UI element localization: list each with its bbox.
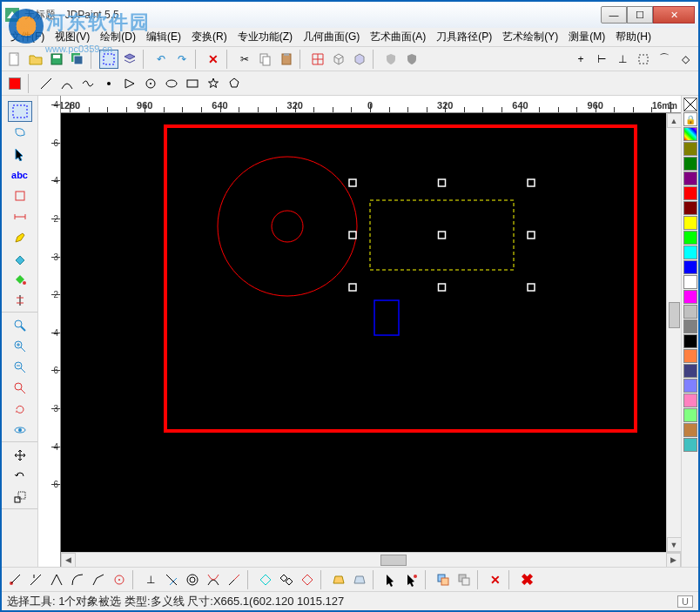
vertical-scrollbar[interactable]: ▲ ▼ [666, 113, 681, 552]
snap-box-button[interactable] [634, 50, 653, 69]
zoom-tool[interactable] [10, 316, 30, 335]
break-curve-button[interactable] [225, 570, 244, 589]
selection-handle[interactable] [439, 232, 446, 239]
undo-button[interactable]: ↶ [151, 50, 171, 69]
color-swatch-3[interactable] [683, 186, 697, 200]
select-rect-tool[interactable] [8, 101, 32, 122]
scroll-left-arrow-icon[interactable]: ◀ [61, 553, 76, 568]
circle-center-button[interactable] [110, 570, 129, 589]
circle-tool-button[interactable] [141, 74, 160, 93]
scroll-down-arrow-icon[interactable]: ▼ [667, 537, 682, 552]
scroll-thumb[interactable] [380, 555, 407, 566]
color-swatch-18[interactable] [683, 408, 697, 422]
color-swatch-1[interactable] [683, 157, 697, 171]
ellipse-tool-button[interactable] [162, 74, 181, 93]
text-tool[interactable]: abc [10, 165, 30, 185]
snap-perpendicular-button[interactable]: ⊥ [613, 50, 632, 69]
color-swatch-11[interactable] [683, 305, 697, 319]
selection-handle[interactable] [439, 179, 446, 186]
scroll-up-arrow-icon[interactable]: ▲ [667, 113, 682, 128]
snap-tangent-button[interactable]: ⌒ [655, 50, 674, 69]
menu-item-11[interactable]: 帮助(H) [610, 28, 656, 46]
move-tool[interactable] [10, 446, 30, 465]
tangent-line-button[interactable] [162, 570, 181, 589]
color-swatch-5[interactable] [683, 216, 697, 230]
zoom-in-tool[interactable] [10, 337, 30, 356]
color-swatch-4[interactable] [683, 201, 697, 215]
inner-circle[interactable] [272, 211, 303, 242]
horizontal-scrollbar[interactable]: ◀ ▶ [61, 552, 681, 567]
snap-endpoint-button[interactable]: + [571, 50, 590, 69]
line-tool-button[interactable] [37, 74, 56, 93]
hatch-tool[interactable] [10, 291, 30, 310]
blue-rectangle[interactable] [374, 300, 399, 335]
drawing-canvas[interactable] [61, 113, 666, 552]
selection-handle[interactable] [528, 284, 535, 291]
selection-handle[interactable] [349, 179, 356, 186]
menu-item-7[interactable]: 艺术曲面(A) [365, 28, 431, 46]
chamfer-button[interactable] [89, 570, 108, 589]
selected-rectangle[interactable] [370, 200, 514, 270]
color-swatch-12[interactable] [683, 319, 697, 333]
selection-tool-button[interactable] [99, 50, 118, 69]
pointer-tool[interactable] [10, 145, 30, 164]
paste-button[interactable] [277, 50, 296, 69]
close-button[interactable]: ✕ [653, 6, 695, 24]
color-swatch-10[interactable] [683, 290, 697, 304]
arc-tool-button[interactable] [57, 74, 77, 93]
color-swatch-20[interactable] [683, 438, 697, 452]
color-swatch-16[interactable] [683, 379, 697, 393]
bounds-tool[interactable] [10, 186, 30, 205]
copy-button[interactable] [256, 50, 275, 69]
color-swatch-8[interactable] [683, 260, 697, 274]
zoom-out-tool[interactable] [10, 358, 30, 377]
save-file-button[interactable] [47, 50, 66, 69]
box-3d-alt-button[interactable] [350, 50, 369, 69]
selection-handle[interactable] [439, 284, 446, 291]
box-3d-button[interactable] [329, 50, 348, 69]
color-swatch-15[interactable] [683, 364, 697, 378]
snap-node-button[interactable] [5, 570, 24, 589]
diamond-cyan-button[interactable] [256, 570, 275, 589]
outer-rectangle[interactable] [165, 126, 636, 431]
menu-item-9[interactable]: 艺术绘制(Y) [497, 28, 563, 46]
delete-button[interactable]: ✕ [204, 50, 223, 69]
dimension-tool[interactable] [10, 207, 30, 226]
color-swatch-13[interactable] [683, 334, 697, 348]
snap-midpoint-button[interactable]: ⊢ [592, 50, 611, 69]
intersect-curves-button[interactable] [204, 570, 223, 589]
scroll-thumb[interactable] [669, 302, 680, 328]
new-file-button[interactable] [5, 50, 24, 69]
color-swatch-6[interactable] [683, 231, 697, 245]
minimize-button[interactable]: — [601, 6, 627, 24]
corner-button[interactable] [47, 570, 66, 589]
color-swatch-2[interactable] [683, 171, 697, 185]
pick-node-button[interactable] [402, 570, 421, 589]
fill-tool[interactable] [10, 270, 30, 289]
triangle-tool-button[interactable] [120, 74, 139, 93]
extrude-button[interactable] [329, 570, 348, 589]
color-swatch-14[interactable] [683, 349, 697, 363]
edge-trim-button[interactable] [26, 570, 45, 589]
scroll-right-arrow-icon[interactable]: ▶ [666, 553, 681, 568]
lasso-tool[interactable] [10, 124, 30, 143]
layer-off-button[interactable] [454, 570, 474, 589]
diamond-red-button[interactable] [298, 570, 317, 589]
menu-item-6[interactable]: 几何曲面(G) [298, 28, 365, 46]
color-swatch-17[interactable] [683, 393, 697, 407]
menu-item-8[interactable]: 刀具路径(P) [431, 28, 497, 46]
redo-button[interactable]: ↷ [172, 50, 192, 69]
open-file-button[interactable] [26, 50, 45, 69]
cut-button[interactable]: ✂ [235, 50, 254, 69]
menu-item-1[interactable]: 视图(V) [50, 28, 95, 46]
menu-item-0[interactable]: 文件(F) [5, 28, 50, 46]
menu-item-5[interactable]: 专业功能(Z) [232, 28, 298, 46]
selection-handle[interactable] [528, 232, 535, 239]
no-color-icon[interactable] [683, 98, 697, 111]
eraser-tool[interactable] [10, 249, 30, 268]
save-all-button[interactable] [68, 50, 87, 69]
color-swatch-9[interactable] [683, 275, 697, 289]
scale-tool[interactable] [10, 488, 30, 507]
shield-alt-icon[interactable] [402, 50, 421, 69]
confirm-button[interactable]: ✖ [517, 570, 536, 589]
